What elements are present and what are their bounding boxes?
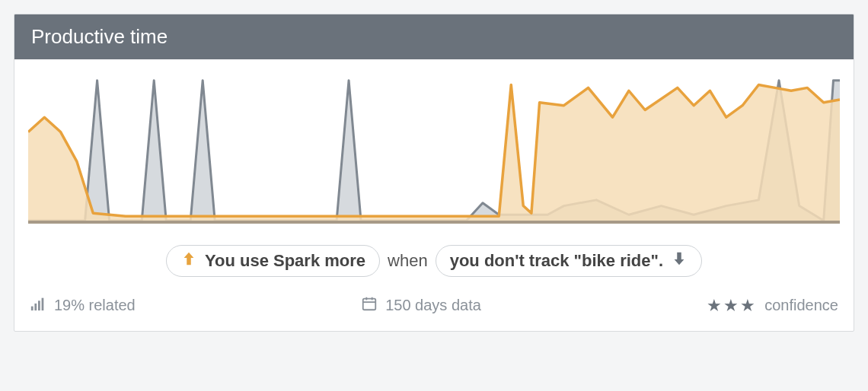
confidence-text: confidence bbox=[764, 297, 838, 314]
confidence-stat: ★★★ confidence bbox=[707, 296, 838, 316]
card-title: Productive time bbox=[31, 25, 168, 48]
related-stat: 19% related bbox=[30, 295, 136, 316]
arrow-down-icon bbox=[671, 250, 688, 272]
related-text: 19% related bbox=[54, 297, 136, 314]
svg-rect-1 bbox=[34, 304, 37, 310]
days-text: 150 days data bbox=[385, 297, 481, 314]
star-icons: ★★★ bbox=[707, 296, 757, 316]
svg-rect-0 bbox=[31, 307, 34, 311]
svg-rect-2 bbox=[38, 300, 40, 310]
chart bbox=[28, 73, 840, 224]
svg-rect-3 bbox=[42, 298, 44, 311]
insight-row: You use Spark more when you don't track … bbox=[14, 227, 854, 291]
signal-icon bbox=[30, 295, 46, 316]
card-header: Productive time bbox=[14, 14, 854, 59]
arrow-up-icon bbox=[180, 250, 197, 272]
days-stat: 150 days data bbox=[361, 295, 481, 316]
calendar-icon bbox=[361, 295, 378, 316]
insight-primary-pill[interactable]: You use Spark more bbox=[166, 245, 380, 277]
chart-container bbox=[14, 59, 854, 227]
insight-secondary-pill[interactable]: you don't track "bike ride". bbox=[436, 245, 702, 277]
productive-time-card: Productive time You use Spark more when … bbox=[14, 14, 854, 332]
svg-rect-4 bbox=[363, 299, 376, 310]
footer-row: 19% related 150 days data ★★★ confidence bbox=[14, 291, 854, 331]
insight-connector: when bbox=[388, 251, 428, 271]
insight-secondary-text: you don't track "bike ride". bbox=[450, 251, 663, 271]
insight-primary-text: You use Spark more bbox=[205, 251, 365, 271]
